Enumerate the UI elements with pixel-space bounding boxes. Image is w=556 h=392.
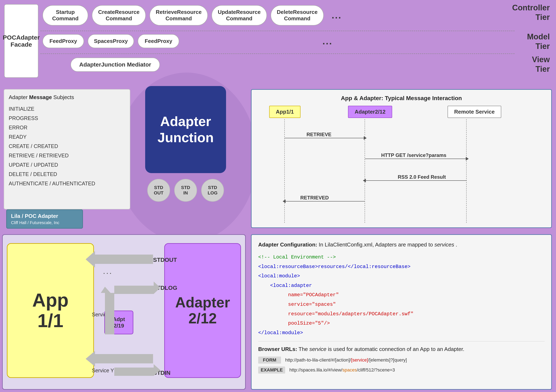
code-line-2: <local:resourceBase>resources/</local:re… — [258, 262, 545, 272]
service-x-label: Service X — [92, 312, 114, 318]
create-resource-command[interactable]: CreateResourceCommand — [92, 5, 146, 25]
stdin-label-top: STDIN — [97, 257, 115, 263]
service-y-label: Service Y — [92, 368, 114, 374]
code-line-5: name="POCAdapter" — [258, 290, 545, 300]
rss-feed-label: RSS 2.0 Feed Result — [398, 174, 446, 180]
code-line-1: <!-- Local Environment --> — [258, 253, 545, 262]
vline-app — [284, 119, 285, 223]
lila-poc-adapter-box: Lila / POC Adapter Cliff Hall / Futuresc… — [6, 209, 83, 229]
std-out-button[interactable]: STDOUT — [147, 179, 170, 202]
adapter-messages-panel: Adapter Message Subjects INITIALIZE PROG… — [4, 89, 130, 209]
view-tier-label: ViewTier — [532, 55, 550, 74]
browser-urls-title: Browser URLs: The service is used for au… — [258, 345, 545, 353]
facade-box: POCAdapterFacade — [4, 4, 38, 78]
code-line-9: </local:module> — [258, 328, 545, 338]
code-line-6: service="spaces" — [258, 300, 545, 309]
update-resource-command[interactable]: UpdateResourceCommand — [212, 5, 267, 25]
app-box: App1/1 — [7, 243, 94, 378]
more-commands-dots: ... — [327, 10, 346, 21]
form-url-row: FORM http://path-to-lila-client/#/[actio… — [258, 357, 545, 364]
adapter-messages-title: Adapter Message Subjects — [9, 94, 125, 100]
code-line-7: resource="modules/adapters/POCAdapter.sw… — [258, 309, 545, 319]
delete-resource-command[interactable]: DeleteResourceCommand — [271, 5, 324, 25]
code-line-8: poolSize="5"/> — [258, 319, 545, 328]
separator-1 — [40, 31, 515, 31]
vline-adapter — [365, 119, 365, 223]
lila-subtitle: Cliff Hall / Futurescale, Inc — [11, 220, 78, 225]
retrieve-label: RETRIEVE — [307, 132, 332, 138]
example-url-row: EXAMPLE http://spaces.lila.io/#/view/spa… — [258, 367, 545, 374]
model-tier-label: ModelTier — [527, 32, 550, 51]
code-line-4: <local:adapter — [258, 281, 545, 290]
more-proxies-dots: ... — [318, 36, 337, 46]
retrieved-label: RETRIEVED — [300, 195, 329, 201]
adapter-junction-box: AdapterJunction — [145, 86, 226, 173]
diag-app-box: App1/1 — [269, 106, 301, 118]
form-label: FORM — [258, 357, 281, 364]
commands-row1: StartupCommand CreateResourceCommand Ret… — [43, 5, 346, 25]
mediator-pill[interactable]: AdapterJunction Mediator — [70, 58, 160, 72]
retrieve-resource-command[interactable]: RetrieveResourceCommand — [149, 5, 208, 25]
adapter-title: Adapter2/12 — [175, 295, 230, 326]
adapter-config-panel: Adapter Configuration: In LilaClientConf… — [251, 234, 552, 390]
form-url: http://path-to-lila-client/#/[action]/[s… — [285, 357, 407, 363]
adapter-messages-list: INITIALIZE PROGRESS ERROR READY CREATE /… — [9, 104, 125, 188]
http-get-label: HTTP GET /service?params — [381, 152, 446, 158]
std-log-button[interactable]: STDLOG — [201, 179, 224, 202]
adapter-box: Adapter2/12 — [164, 243, 241, 378]
stdin-label-bottom: STDIN — [153, 370, 170, 376]
config-code-block: <!-- Local Environment --> <local:resour… — [258, 253, 545, 338]
std-in-button[interactable]: STDIN — [174, 179, 197, 202]
feed-proxy-1[interactable]: FeedProxy — [43, 34, 84, 48]
retrieve-arrow — [285, 138, 365, 138]
config-divider — [258, 341, 545, 341]
app-title: App1/1 — [32, 290, 69, 331]
feed-proxy-2[interactable]: FeedProxy — [138, 34, 179, 48]
startup-command[interactable]: StartupCommand — [43, 5, 88, 25]
config-title: Adapter Configuration: In LilaClientConf… — [258, 241, 545, 249]
dots-indicator: · · · — [103, 270, 111, 277]
interaction-title: App & Adapter: Typical Message Interacti… — [257, 95, 546, 102]
example-label: EXAMPLE — [258, 367, 285, 374]
rss-feed-arrow — [365, 180, 467, 181]
svg-rect-6 — [114, 286, 154, 294]
diag-remote-box: Remote Service — [448, 106, 501, 118]
adapter-junction-area: AdapterJunction STDOUT STDIN STDLOG — [134, 86, 238, 202]
svg-marker-5 — [101, 287, 110, 293]
spaces-proxy[interactable]: SpacesProxy — [88, 34, 134, 48]
http-get-arrow — [365, 159, 467, 159]
code-line-3: <local:module> — [258, 271, 545, 281]
vline-remote — [466, 119, 467, 223]
separator-2 — [40, 54, 515, 54]
bottom-left-panel: App1/1 Adapter2/12 Adpt2/19 STDIN STDOUT… — [2, 234, 246, 390]
retrieved-arrow — [285, 201, 365, 201]
std-buttons-row: STDOUT STDIN STDLOG — [134, 179, 238, 202]
proxy-row: FeedProxy SpacesProxy FeedProxy ... — [43, 34, 179, 48]
stdlog-label: STDLOG — [153, 285, 177, 291]
diag-adapter-box: Adapter2/12 — [348, 106, 392, 118]
svg-rect-10 — [114, 368, 154, 376]
interaction-panel: App & Adapter: Typical Message Interacti… — [251, 89, 552, 228]
controller-tier-label: ControllerTier — [512, 3, 550, 22]
stdout-label-bottom: STDOUT — [97, 355, 121, 362]
lila-title: Lila / POC Adapter — [11, 213, 78, 219]
stdout-label-top: STDOUT — [153, 257, 177, 263]
example-url: http://spaces.lila.io/#/view/spaces/clif… — [289, 367, 395, 373]
